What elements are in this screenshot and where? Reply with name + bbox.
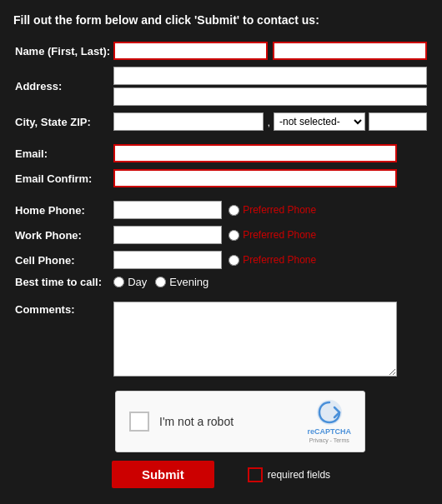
best-time-cell: Day Evening	[112, 272, 429, 292]
email-input[interactable]	[113, 144, 397, 162]
cell-phone-radio[interactable]	[229, 255, 239, 266]
best-time-day-radio[interactable]	[113, 277, 124, 287]
cell-phone-preferred[interactable]: Preferred Phone	[229, 254, 316, 266]
recaptcha-brand: reCAPTCHA Privacy - Terms	[307, 427, 351, 445]
best-time-evening-label: Evening	[169, 276, 208, 288]
comments-label: Comments:	[13, 298, 112, 382]
last-name-input[interactable]	[273, 42, 427, 60]
home-phone-radio[interactable]	[229, 205, 239, 216]
work-phone-label: Work Phone:	[13, 222, 112, 247]
work-phone-radio[interactable]	[229, 230, 239, 241]
address1-input[interactable]	[113, 67, 427, 85]
state-select[interactable]: -not selected- ALAKAZAR CACOCTDE FLGAHII…	[274, 112, 365, 131]
submit-button[interactable]: Submit	[112, 461, 214, 488]
work-preferred-label: Preferred Phone	[243, 229, 316, 241]
city-input[interactable]	[113, 112, 264, 131]
required-fields-indicator: required fields	[248, 467, 330, 482]
captcha-widget[interactable]: I'm not a robot reCAPTCHA Privacy - Term…	[115, 391, 365, 452]
work-phone-preferred[interactable]: Preferred Phone	[229, 229, 316, 241]
address2-input[interactable]	[113, 87, 427, 106]
home-phone-label: Home Phone:	[13, 197, 112, 222]
work-phone-input[interactable]	[113, 226, 222, 244]
captcha-right: reCAPTCHA Privacy - Terms	[307, 399, 351, 445]
home-phone-cell: Preferred Phone	[112, 197, 429, 222]
email-label: Email:	[13, 141, 112, 166]
home-preferred-label: Preferred Phone	[243, 204, 316, 216]
email-confirm-input[interactable]	[113, 169, 397, 187]
name-inputs	[112, 38, 429, 63]
captcha-checkbox[interactable]	[129, 412, 149, 432]
recaptcha-logo-icon	[316, 399, 343, 426]
email-confirm-input-cell	[112, 166, 429, 191]
name-label: Name (First, Last):	[13, 38, 112, 63]
footer-row: Submit required fields	[13, 461, 429, 488]
zip-input[interactable]	[369, 112, 427, 131]
comments-cell	[112, 298, 429, 382]
cell-phone-input[interactable]	[113, 251, 222, 269]
required-fields-label: required fields	[268, 469, 330, 481]
cell-phone-cell: Preferred Phone	[112, 247, 429, 272]
best-time-day-option[interactable]: Day	[113, 276, 147, 288]
email-confirm-label: Email Confirm:	[13, 166, 112, 191]
home-phone-preferred[interactable]: Preferred Phone	[229, 204, 316, 216]
comments-textarea[interactable]	[113, 302, 397, 377]
address-label: Address:	[13, 63, 112, 109]
form-heading: Fill out the form below and click 'Submi…	[13, 13, 429, 27]
best-time-day-label: Day	[128, 276, 147, 288]
city-state-zip-inputs: , -not selected- ALAKAZAR CACOCTDE FLGAH…	[112, 109, 429, 134]
required-box-icon	[248, 467, 263, 482]
comma-separator: ,	[267, 116, 270, 128]
captcha-label: I'm not a robot	[159, 415, 234, 428]
best-time-evening-option[interactable]: Evening	[155, 276, 208, 288]
address-inputs	[112, 63, 429, 109]
work-phone-cell: Preferred Phone	[112, 222, 429, 247]
cell-phone-label: Cell Phone:	[13, 247, 112, 272]
best-time-evening-radio[interactable]	[155, 277, 166, 287]
home-phone-input[interactable]	[113, 201, 222, 219]
city-state-zip-label: City, State ZIP:	[13, 109, 112, 134]
first-name-input[interactable]	[113, 42, 268, 60]
captcha-left: I'm not a robot	[129, 412, 234, 432]
best-time-label: Best time to call:	[13, 272, 112, 292]
email-input-cell	[112, 141, 429, 166]
cell-preferred-label: Preferred Phone	[243, 254, 316, 266]
